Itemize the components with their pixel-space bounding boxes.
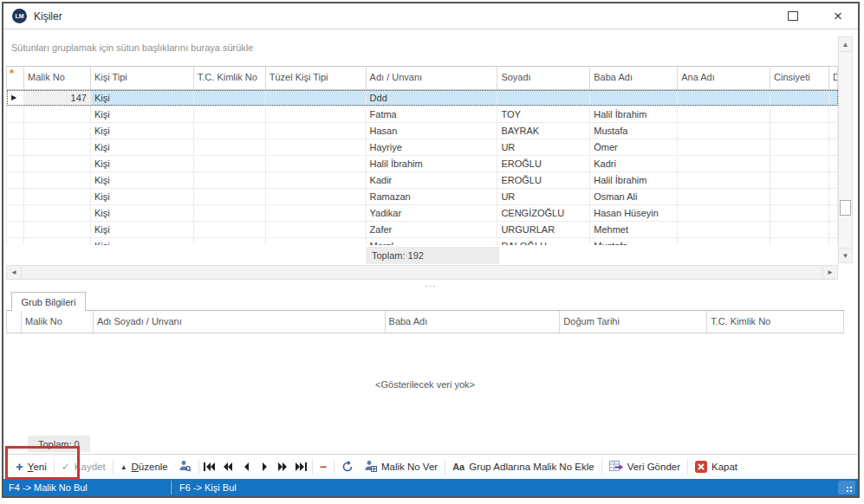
window-title: Kişiler [34, 10, 62, 23]
table-row[interactable]: KişiHalil İbrahimEROĞLUKadri [7, 156, 838, 172]
delete-button[interactable]: − [315, 457, 332, 476]
scroll-right-icon[interactable]: ► [822, 266, 837, 279]
grup-adlarina-malik-no-ekle-button[interactable]: Aa Grup Adlarına Malik No Ekle [447, 457, 600, 476]
check-icon: ✓ [62, 461, 70, 473]
toolbar-separator [198, 459, 199, 475]
upper-column-header[interactable]: Ana Adı [678, 67, 770, 89]
vertical-scrollbar-thumb[interactable] [840, 200, 851, 216]
nav-prev-page-button[interactable] [219, 457, 237, 476]
titlebar: LM Kişiler × [3, 3, 858, 29]
row-indicator-cell [7, 123, 24, 139]
upper-column-header[interactable]: Baba Adı [590, 67, 678, 89]
lower-column-header[interactable]: Baba Adı [386, 311, 561, 333]
scroll-down-icon[interactable]: ▼ [839, 248, 852, 262]
nav-next-page-button[interactable] [274, 457, 292, 476]
duzenle-label: Düzenle [132, 462, 168, 472]
nav-prev-button[interactable] [237, 457, 256, 476]
cell-tuzel [266, 222, 367, 237]
cell-soyad: UR [497, 189, 590, 204]
row-indicator-cell [7, 172, 24, 188]
upper-column-header[interactable]: Adı / Unvanı [367, 67, 498, 89]
malik-no-ver-button[interactable]: Malik No Ver [359, 457, 443, 476]
cell-tuzel [266, 189, 367, 204]
statusbar-f4-hint: F4 -> Malik No Bul [3, 482, 88, 493]
lower-column-header[interactable]: Adı Soyadı / Unvanı [94, 311, 386, 333]
close-button[interactable]: × [823, 7, 853, 26]
row-indicator-cell [7, 238, 24, 245]
cell-tuzel [266, 172, 367, 188]
statusbar-f6-hint: F6 -> Kişi Bul [179, 482, 237, 493]
row-indicator-header: * [7, 67, 24, 89]
cell-cinsiyet [770, 222, 829, 237]
toolbar-separator [445, 459, 445, 475]
upper-column-header[interactable]: Malik No [24, 67, 91, 89]
upper-column-header[interactable]: Cinsiyeti [770, 67, 829, 89]
cell-ad: Kadir [367, 172, 498, 188]
cell-tuzel [266, 107, 367, 122]
cell-baba: Mehmet [590, 222, 678, 237]
scroll-up-icon[interactable]: ▲ [839, 37, 852, 52]
kaydet-button[interactable]: ✓ Kaydet [56, 457, 111, 476]
kapat-button[interactable]: Kapat [690, 457, 743, 476]
veri-gonder-button[interactable]: Veri Gönder [604, 457, 685, 476]
plus-icon: + [16, 461, 23, 473]
cell-cinsiyet [770, 90, 829, 106]
maximize-button[interactable] [778, 7, 808, 26]
upper-grid-header: *Malik NoKişi TipiT.C. Kimlik NoTüzel Ki… [6, 66, 838, 90]
cell-d [829, 139, 838, 155]
cell-ana [678, 90, 770, 106]
nav-last-button[interactable] [292, 457, 310, 476]
table-row[interactable]: KişiRamazanUROsman Ali [7, 189, 838, 205]
toolbar-separator [113, 459, 114, 475]
upper-column-header[interactable]: Soyadı [497, 67, 590, 89]
nav-first-icon [204, 462, 216, 471]
nav-first-button[interactable] [201, 457, 219, 476]
duzenle-button[interactable]: ▲ Düzenle [115, 457, 173, 476]
refresh-button[interactable] [336, 457, 359, 476]
cell-tckimlik [194, 123, 266, 139]
kisi-bul-button[interactable] [173, 457, 197, 476]
cell-no [24, 156, 91, 171]
scroll-left-icon[interactable]: ◄ [7, 266, 22, 279]
cell-tip: Kişi [91, 205, 194, 221]
splitter-grip-icon[interactable]: ··· [3, 279, 858, 292]
yeni-label: Yeni [28, 462, 47, 472]
horizontal-scrollbar[interactable]: ◄ ► [6, 265, 838, 280]
cell-ad: Ddd [367, 90, 498, 106]
vertical-scrollbar[interactable]: ▲ ▼ [838, 36, 853, 263]
upper-column-header[interactable]: T.C. Kimlik No [194, 67, 266, 89]
nav-next-button[interactable] [256, 457, 274, 476]
upper-column-header[interactable]: Tüzel Kişi Tipi [266, 67, 367, 89]
upper-column-header[interactable]: D [829, 67, 838, 89]
lower-column-header[interactable]: Doğum Tarihi [560, 311, 707, 333]
cell-ad: Hayriye [367, 139, 498, 155]
table-row[interactable]: KişiYadikarCENGİZOĞLUHasan Hüseyin [7, 205, 838, 222]
group-by-panel[interactable]: Sütunları gruplamak için sütun başlıklar… [3, 29, 841, 66]
cell-tckimlik [194, 205, 266, 221]
cell-baba: Osman Ali [590, 189, 678, 204]
lower-column-header[interactable]: T.C. Kimlik No [707, 311, 844, 333]
upper-total-label: Toplam: 192 [372, 250, 424, 261]
table-row[interactable]: KişiHasanBAYRAKMustafa [7, 123, 838, 139]
yeni-button[interactable]: + Yeni [10, 457, 52, 476]
cell-ana [678, 205, 770, 221]
upper-column-header[interactable]: Kişi Tipi [91, 67, 194, 89]
cell-tckimlik [194, 189, 266, 204]
table-row[interactable]: KişiHayriyeURÖmer [7, 139, 838, 156]
tab-grub-bilgileri[interactable]: Grub Bilgileri [11, 292, 86, 311]
cell-ana [678, 139, 770, 155]
cell-baba: Hasan Hüseyin [590, 205, 678, 221]
resize-grip-icon[interactable] [838, 481, 855, 494]
row-indicator-cell [7, 107, 24, 122]
table-row[interactable]: ▶147KişiDdd [7, 90, 838, 107]
kisiler-window: LM Kişiler × Sütunları gruplamak için sü… [2, 2, 860, 498]
lower-column-header[interactable]: Malik No [22, 311, 94, 333]
upper-grid-summary: Toplam: 192 [366, 247, 499, 264]
table-row[interactable]: KişiKadirEROĞLUHalil İbrahim [7, 172, 838, 189]
table-row[interactable]: KişiFatmaTOYHalil İbrahim [7, 107, 838, 123]
table-row[interactable]: KişiMeralDALOĞLUMustafa [7, 238, 838, 245]
lower-grid-header: Malik NoAdı Soyadı / UnvanıBaba AdıDoğum… [6, 310, 844, 333]
cell-tip: Kişi [91, 139, 194, 155]
cell-d [829, 123, 838, 139]
table-row[interactable]: KişiZaferURGURLARMehmet [7, 222, 838, 238]
